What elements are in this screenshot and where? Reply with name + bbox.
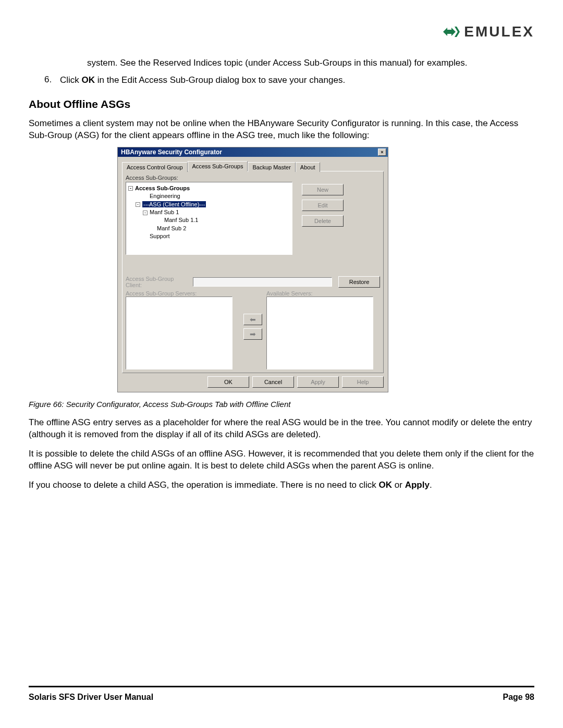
tab-access-sub-groups[interactable]: Access Sub-Groups: [188, 161, 248, 171]
logo-text: EMULEX: [464, 23, 534, 40]
available-label: Available Servers:: [266, 290, 380, 297]
servers-label: Access Sub-Group Servers:: [126, 290, 239, 297]
figure-caption: Figure 66: Security Configurator, Access…: [29, 400, 534, 409]
move-right-icon[interactable]: ➡: [243, 328, 262, 340]
figure-wrapper: HBAnyware Security Configurator × Access…: [117, 147, 534, 392]
step-text: Click OK in the Edit Access Sub-Group di…: [60, 75, 534, 87]
paragraph-5: If you choose to delete a child ASG, the…: [29, 479, 534, 491]
tree-item-offline[interactable]: ----ASG (Client Offline)---: [136, 201, 290, 208]
group-servers-list[interactable]: [126, 297, 232, 369]
client-input[interactable]: [193, 277, 332, 287]
delete-button[interactable]: Delete: [302, 215, 344, 227]
client-label: Access Sub-Group Client:: [126, 276, 191, 288]
tree-item[interactable]: Manf Sub 1.1: [157, 216, 290, 224]
page-footer: Solaris SFS Driver User Manual Page 98: [29, 686, 534, 702]
close-icon[interactable]: ×: [378, 149, 386, 156]
collapse-icon[interactable]: -: [136, 202, 140, 207]
paragraph-3: The offline ASG entry serves as a placeh…: [29, 417, 534, 441]
asg-tree[interactable]: -Access Sub-Groups Engineering ----ASG (…: [126, 182, 292, 255]
titlebar: HBAnyware Security Configurator ×: [118, 147, 388, 157]
help-button[interactable]: Help: [342, 376, 384, 388]
paragraph-4: It is possible to delete the child ASGs …: [29, 448, 534, 472]
apply-button[interactable]: Apply: [297, 376, 339, 388]
cancel-button[interactable]: Cancel: [252, 376, 294, 388]
edit-button[interactable]: Edit: [302, 200, 344, 211]
restore-button[interactable]: Restore: [338, 276, 380, 288]
brand-logo: EMULEX: [442, 23, 534, 40]
collapse-icon[interactable]: -: [128, 186, 133, 191]
emulex-icon: [442, 24, 461, 39]
tab-about[interactable]: About: [296, 162, 320, 172]
collapse-icon[interactable]: -: [143, 211, 148, 215]
footer-right: Page 98: [503, 693, 534, 702]
tree-item[interactable]: Manf Sub 2: [150, 225, 290, 232]
tree-label: Access Sub-Groups:: [126, 175, 292, 181]
window-title: HBAnyware Security Configurator: [121, 149, 222, 156]
move-left-icon[interactable]: ⬅: [243, 314, 262, 325]
intro-paragraph: Sometimes a client system may not be onl…: [29, 118, 534, 142]
footer-left: Solaris SFS Driver User Manual: [29, 693, 153, 702]
new-button[interactable]: New: [302, 184, 344, 195]
available-servers-list[interactable]: [266, 297, 373, 369]
tab-access-control-group[interactable]: Access Control Group: [122, 162, 188, 172]
tree-root[interactable]: -Access Sub-Groups: [128, 184, 290, 192]
step-number: 6.: [44, 75, 60, 87]
tree-item[interactable]: Support: [143, 232, 290, 240]
section-heading: About Offline ASGs: [29, 98, 534, 110]
step-6: 6. Click OK in the Edit Access Sub-Group…: [44, 75, 534, 87]
ok-button[interactable]: OK: [207, 376, 249, 388]
tree-item[interactable]: Engineering: [143, 192, 290, 200]
fragment-paragraph: system. See the Reserved Indices topic (…: [87, 57, 534, 69]
tab-backup-master[interactable]: Backup Master: [248, 162, 295, 172]
tab-strip: Access Control Group Access Sub-Groups B…: [122, 161, 384, 171]
tab-panel: Access Sub-Groups: -Access Sub-Groups En…: [122, 171, 384, 373]
dialog-window: HBAnyware Security Configurator × Access…: [117, 147, 388, 392]
tree-item[interactable]: -Manf Sub 1: [143, 208, 290, 216]
